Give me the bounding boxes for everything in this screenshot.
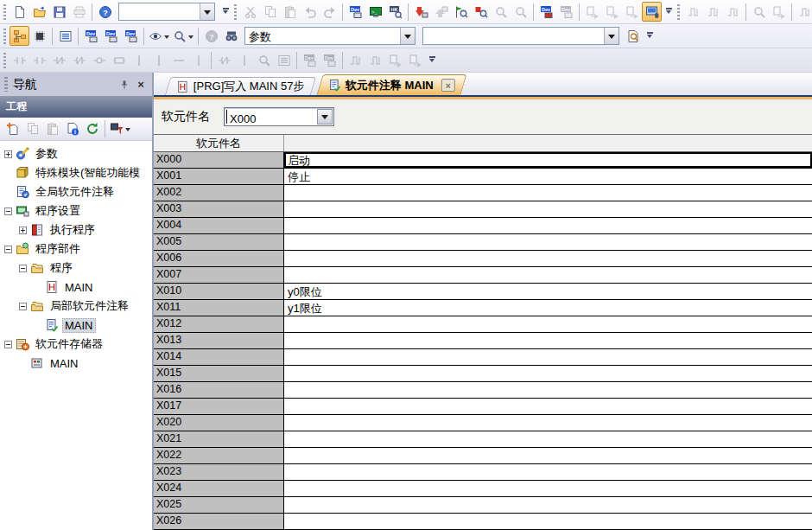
comment-cell[interactable] xyxy=(284,251,812,267)
monitor-stop-button[interactable] xyxy=(471,2,491,22)
collapse-icon[interactable] xyxy=(19,265,27,272)
find-keyword-combo-dropdown-button[interactable] xyxy=(604,28,619,44)
comment-cell[interactable] xyxy=(284,185,812,201)
device-cell[interactable]: X001 xyxy=(154,169,284,185)
online-toolbar-overflow[interactable] xyxy=(663,3,674,22)
comment-cell[interactable] xyxy=(284,481,812,497)
comment-cell[interactable] xyxy=(284,464,812,481)
find-keyword-combo[interactable] xyxy=(422,27,619,45)
tree-item-device-memory-main[interactable]: MAIN xyxy=(3,354,152,373)
save-project-button[interactable] xyxy=(49,2,69,22)
work-window-button[interactable] xyxy=(55,26,75,46)
collapse-icon[interactable] xyxy=(19,303,27,310)
close-icon[interactable]: × xyxy=(134,78,148,92)
comment-column-header[interactable] xyxy=(284,135,812,151)
device-cell[interactable]: X010 xyxy=(154,284,284,300)
toolbar-drag-handle[interactable] xyxy=(3,29,6,44)
comment-cell[interactable]: y1限位 xyxy=(284,300,812,316)
find-target-combo-dropdown-button[interactable] xyxy=(400,28,415,44)
device-cell[interactable]: X015 xyxy=(154,366,284,382)
device-memory-list-button[interactable]: Dev xyxy=(101,26,121,46)
tree-item-global-device-comment[interactable]: 全局软元件注释 xyxy=(3,182,152,201)
expand-icon[interactable] xyxy=(19,227,27,234)
device-test-button[interactable]: Dev xyxy=(536,2,556,22)
comment-cell[interactable] xyxy=(284,415,812,431)
device-cell[interactable]: X020 xyxy=(154,415,284,431)
device-cell[interactable]: X003 xyxy=(154,201,284,218)
device-comment-button[interactable]: Dev xyxy=(81,26,101,46)
comment-cell[interactable] xyxy=(284,382,812,399)
comment-cell[interactable] xyxy=(284,399,812,415)
device-cell[interactable]: X006 xyxy=(154,251,284,267)
device-cell[interactable]: X005 xyxy=(154,234,284,251)
device-cell[interactable]: X021 xyxy=(154,431,284,448)
ladder-toolbar-overflow[interactable] xyxy=(427,51,437,70)
ladder-monitor-button[interactable]: >_ xyxy=(365,2,385,22)
comment-cell[interactable] xyxy=(284,497,812,514)
comment-cell[interactable] xyxy=(284,333,812,349)
comment-cell[interactable]: y0限位 xyxy=(284,284,812,300)
find-button[interactable] xyxy=(221,26,241,46)
collapse-icon[interactable] xyxy=(4,246,12,253)
toolbar-drag-handle[interactable] xyxy=(677,4,680,20)
device-cell[interactable]: X023 xyxy=(154,464,284,481)
drag-handle[interactable] xyxy=(4,77,8,92)
open-project-button[interactable] xyxy=(29,2,49,22)
toolbar-drag-handle[interactable] xyxy=(3,4,6,20)
tab-prg-main[interactable]: [PRG]写入 MAIN 57步 xyxy=(165,77,316,95)
tree-item-execution-program[interactable]: 执行程序 xyxy=(3,220,152,239)
tab-close-button[interactable]: × xyxy=(441,79,454,92)
tree-item-local-comment-main[interactable]: MAIN xyxy=(3,316,152,335)
monitor-start-button[interactable] xyxy=(451,2,471,22)
comment-cell[interactable] xyxy=(284,349,812,366)
device-column-header[interactable]: 软元件名 xyxy=(154,135,284,151)
device-batch-button[interactable]: Dev xyxy=(121,26,141,46)
collapse-icon[interactable] xyxy=(4,341,12,348)
data-property-button[interactable]: i xyxy=(62,119,82,139)
device-cell[interactable]: X017 xyxy=(154,399,284,415)
comment-cell[interactable] xyxy=(284,234,812,251)
comment-cell[interactable] xyxy=(284,218,812,234)
device-cell[interactable]: X012 xyxy=(154,316,284,333)
toolbar-drag-handle[interactable] xyxy=(234,4,237,20)
tree-item-program[interactable]: 程序 xyxy=(3,259,152,278)
find-toolbar-overflow[interactable] xyxy=(644,27,655,46)
comment-cell[interactable] xyxy=(284,431,812,448)
tree-item-program-main[interactable]: MAIN xyxy=(3,278,152,297)
comment-cell[interactable] xyxy=(284,201,812,218)
device-cell[interactable]: X026 xyxy=(154,514,284,530)
comment-cell[interactable] xyxy=(284,316,812,333)
toolbar-drag-handle[interactable] xyxy=(3,53,6,68)
quick-access-combo-dropdown-button[interactable] xyxy=(200,3,214,20)
quick-access-combo[interactable] xyxy=(118,3,215,21)
tree-item-special-module[interactable]: 特殊模块(智能功能模 xyxy=(3,163,152,182)
tree-item-device-memory[interactable]: 软元件存储器 xyxy=(3,335,152,354)
device-cell[interactable]: X022 xyxy=(154,448,284,464)
new-data-button[interactable] xyxy=(3,119,22,139)
device-cell[interactable]: X002 xyxy=(154,185,284,201)
device-cell[interactable]: X014 xyxy=(154,349,284,366)
refresh-view-button[interactable] xyxy=(82,119,102,139)
device-cell[interactable]: X016 xyxy=(154,382,284,399)
help-button[interactable]: ? xyxy=(95,2,115,22)
device-cell[interactable]: X004 xyxy=(154,218,284,234)
device-name-dropdown-button[interactable] xyxy=(317,109,333,125)
comment-cell[interactable] xyxy=(284,448,812,464)
device-cell[interactable]: X013 xyxy=(154,333,284,349)
device-find-dropdown[interactable] xyxy=(171,26,195,46)
standard-toolbar-overflow[interactable] xyxy=(220,3,231,22)
comment-cell[interactable] xyxy=(284,267,812,284)
tab-device-comment-main[interactable]: 软元件注释 MAIN× xyxy=(316,74,466,95)
device-cell[interactable]: X011 xyxy=(154,300,284,316)
tree-item-local-device-comment[interactable]: 局部软元件注释 xyxy=(3,297,152,316)
device-cell[interactable]: X025 xyxy=(154,497,284,514)
tree-item-program-parts[interactable]: 程序部件 xyxy=(3,239,152,259)
module-configuration-button[interactable] xyxy=(29,26,49,46)
pin-icon[interactable] xyxy=(117,78,131,92)
device-display-button[interactable]: Dev xyxy=(346,2,365,22)
device-batch-monitor-button[interactable]: HK xyxy=(385,2,405,22)
comment-cell[interactable]: 停止 xyxy=(284,169,812,185)
find-target-combo[interactable]: 参数 xyxy=(244,27,416,45)
tree-item-program-setting[interactable]: 程序设置 xyxy=(3,201,152,220)
new-project-button[interactable] xyxy=(10,2,29,22)
